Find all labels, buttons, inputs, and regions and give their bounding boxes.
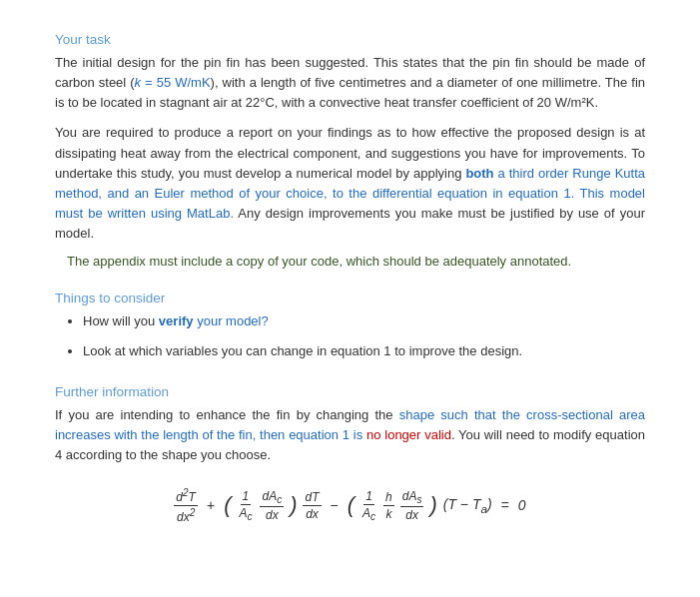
frac-dT-dx-den: dx [304,506,321,521]
frac-1-Ac2-num: 1 [363,489,374,505]
bullet2-text: Look at which variables you can change i… [83,343,522,358]
your-task-heading: Your task [55,32,645,47]
bullet-item-2: Look at which variables you can change i… [83,341,645,361]
equals-op: = [501,497,509,513]
paren-close-2: ) [429,494,436,516]
math-equation: d2T dx2 + ( 1 Ac dAc dx ) dT dx − ( [174,487,525,524]
frac-dAs-dx-den: dx [403,507,420,522]
frac-1-Ac2: 1 Ac [360,489,377,522]
zero: 0 [518,497,526,513]
appendix-text: The appendix must include a copy of your… [67,254,571,269]
frac-1-Ac-num: 1 [241,489,252,505]
para2-both: both [465,166,493,181]
fi-no-longer: no longer valid [366,427,451,442]
frac-h-k: h k [383,490,394,521]
frac-dAs-dx: dAs dx [400,489,424,522]
paren-close-1: ) [290,494,297,516]
frac-1-Ac2-den: Ac [360,505,377,522]
your-task-paragraph1: The initial design for the pin fin has b… [55,53,645,113]
frac-dAc-dx-num: dAc [260,489,284,507]
temp-diff: (T − Ta) [443,496,492,515]
fi-shape: shape [399,407,434,422]
your-task-paragraph2: You are required to produce a report on … [55,123,645,244]
frac-dAc-dx-den: dx [264,507,281,522]
bullet1-start: How will you [83,313,159,328]
further-info-heading: Further information [55,384,645,399]
bullet-list: How will you verify your model? Look at … [83,311,645,361]
page-container: Your task The initial design for the pin… [0,0,700,554]
fi-start: If you are intending to enhance the fin … [55,407,399,422]
paren-open-1: ( [224,494,231,516]
bullet1-verify: verify [159,313,194,328]
frac-dT-dx: dT dx [303,490,321,521]
minus-op: − [331,497,339,513]
things-to-consider-section: Things to consider How will you verify y… [55,291,645,361]
your-task-section: Your task The initial design for the pin… [55,32,645,269]
further-info-section: Further information If you are intending… [55,384,645,465]
things-heading: Things to consider [55,291,645,305]
frac-h-k-num: h [383,490,394,506]
math-equation-block: d2T dx2 + ( 1 Ac dAc dx ) dT dx − ( [55,487,645,524]
frac-1-Ac-den: Ac [237,505,254,522]
bullet-item-1: How will you verify your model? [83,311,645,331]
frac-d2T: d2T dx2 [174,487,198,524]
para1-eq: = 55 W/mK [141,75,211,90]
further-info-paragraph: If you are intending to enhance the fin … [55,405,645,465]
frac-dAs-dx-num: dAs [400,489,424,507]
appendix-note: The appendix must include a copy of your… [67,254,645,269]
bullet1-end: your model? [194,313,269,328]
frac-1-Ac: 1 Ac [237,489,254,522]
frac-dT-dx-num: dT [303,490,321,506]
frac-h-k-den: k [383,506,393,521]
paren-open-2: ( [348,494,354,516]
frac-d2T-num: d2T [174,487,198,506]
frac-d2T-den: dx2 [175,506,197,524]
plus-op-1: + [207,497,215,513]
frac-dAc-dx: dAc dx [260,489,284,522]
